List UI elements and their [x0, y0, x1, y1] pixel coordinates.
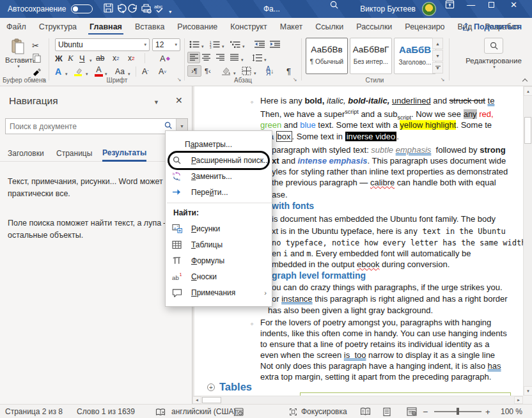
web-layout-icon[interactable] — [407, 405, 417, 418]
copy-button[interactable] — [32, 52, 42, 64]
menu-item-Перейти[interactable]: Перейти... — [166, 184, 272, 200]
doc-line[interactable]: paragraph with styled text: subtle empha… — [272, 145, 506, 155]
quick-print-button[interactable] — [141, 3, 152, 13]
doc-line[interactable]: the previous paragraph — calibre can han… — [272, 178, 496, 187]
ribbon-tab-Вставка[interactable]: Вставка — [129, 18, 171, 36]
styles-dialog-launcher[interactable]: ↘ — [439, 76, 446, 84]
search-icon[interactable] — [329, 0, 351, 18]
menu-item-Примечания[interactable]: Примечания› — [166, 284, 272, 300]
menu-item-Параметры[interactable]: Параметры... — [166, 136, 272, 152]
text-effects-button[interactable]: А — [55, 66, 61, 77]
font-color-button[interactable]: А — [95, 66, 103, 77]
menu-item-Рисунки[interactable]: Рисунки — [166, 221, 272, 236]
menu-item-Таблицы[interactable]: Таблицы — [166, 236, 272, 252]
editing-dropdown-icon[interactable]: ▾ — [465, 65, 523, 70]
sort-button[interactable]: АЯ↓ — [266, 65, 274, 77]
scroll-left-icon[interactable]: ◄ — [192, 396, 201, 404]
bullet-list-dropdown-icon[interactable]: ▾ — [201, 41, 204, 52]
doc-line[interactable]: xt is in the Ubuntu typeface, here is an… — [272, 226, 506, 236]
horizontal-scrollbar[interactable]: ◄ ► — [192, 396, 523, 404]
doc-line[interactable]: extra top margin, setting it apart from … — [260, 372, 491, 382]
macro-record-icon[interactable] — [234, 405, 244, 418]
menu-item-Формулы[interactable]: Формулы — [166, 252, 272, 268]
spelling-button[interactable]: abc — [154, 3, 167, 13]
bullet-list-button[interactable] — [189, 38, 199, 50]
horizontal-scroll-thumb[interactable] — [202, 397, 221, 403]
page-indicator[interactable]: Страница 2 из 8 — [5, 405, 63, 418]
ribbon-tab-Ссылки[interactable]: Ссылки — [309, 18, 350, 36]
borders-button[interactable] — [242, 65, 251, 77]
ribbon-tab-Файл[interactable]: Файл — [0, 18, 33, 36]
justify-dropdown-icon[interactable]: ▾ — [241, 54, 244, 66]
doc-line[interactable]: with fonts — [272, 201, 314, 211]
doc-line[interactable]: +Tables — [207, 381, 252, 393]
underline-dropdown-icon[interactable]: ▾ — [90, 55, 92, 66]
styles-scroll-down-icon[interactable]: ▼ — [432, 50, 443, 61]
align-right-button[interactable] — [216, 52, 224, 63]
zoom-out-button[interactable]: − — [423, 405, 428, 418]
doc-line[interactable]: ase. — [272, 190, 288, 199]
ribbon-tab-Рассылки[interactable]: Рассылки — [350, 18, 398, 36]
cut-button[interactable]: ✂ — [32, 40, 39, 51]
navigation-options-icon[interactable]: ▼ — [153, 99, 159, 105]
menu-item-Сноски[interactable]: ab1Сноски — [166, 268, 272, 284]
numbered-list-dropdown-icon[interactable]: ▾ — [222, 41, 224, 52]
doc-line[interactable]: green and blue text. Some text with a ye… — [260, 120, 492, 130]
grow-font-button[interactable]: Аˆ — [142, 66, 149, 77]
font-size-select[interactable]: 12▾ — [152, 38, 180, 51]
clipboard-dialog-launcher[interactable]: ↘ — [40, 76, 47, 84]
print-layout-icon[interactable] — [382, 405, 391, 418]
multilevel-list-dropdown-icon[interactable]: ▾ — [242, 41, 245, 52]
font-dialog-launcher[interactable]: ↘ — [175, 76, 183, 84]
strikethrough-button[interactable]: ab — [96, 52, 104, 64]
doc-line[interactable]: yles for styling rather than inline text… — [272, 167, 508, 176]
collapse-ribbon-icon[interactable] — [522, 79, 528, 84]
language-indicator[interactable]: английский (США) — [171, 405, 236, 418]
doc-line[interactable]: en i and m. Every embedded font will aut… — [272, 249, 471, 258]
editing-button[interactable]: Редактирование ▾ — [464, 38, 523, 77]
menu-item-Заменить[interactable]: bcЗаменить... — [166, 168, 272, 184]
superscript-button[interactable]: x2 — [128, 52, 134, 64]
font-name-select[interactable]: Ubuntu▾ — [55, 38, 150, 51]
doc-line[interactable]: Not only does this paragraph have a hang… — [260, 361, 501, 371]
change-case-button[interactable]: Аа — [115, 66, 125, 77]
autosave-toggle[interactable] — [71, 4, 93, 13]
tab-results[interactable]: Результаты — [102, 145, 146, 162]
increase-indent-button[interactable] — [270, 38, 281, 50]
tab-pages[interactable]: Страницы — [56, 145, 92, 162]
align-left-button[interactable] — [187, 52, 200, 63]
rtl-paragraph-button[interactable]: ¶‹ — [205, 65, 211, 77]
doc-line[interactable]: indents, like this often come in handy. … — [260, 329, 507, 338]
shading-button[interactable] — [221, 65, 231, 77]
customize-qat-icon[interactable]: ▾ — [169, 9, 171, 15]
line-spacing-button[interactable] — [252, 52, 262, 63]
doc-line[interactable]: no typeface, notice how every letter has… — [272, 238, 523, 247]
doc-line[interactable]: For the lovers of poetry amongst you, pa… — [260, 318, 491, 327]
undo-dropdown-icon[interactable]: ▾ — [122, 9, 125, 15]
doc-line[interactable]: ◦ — [251, 319, 254, 329]
ribbon-tab-Макет[interactable]: Макет — [274, 18, 309, 36]
paste-button[interactable]: Вставить ▾ — [5, 38, 31, 75]
vertical-scrollbar[interactable]: ▲ ▼ — [523, 86, 532, 396]
clear-formatting-button[interactable]: А◆ — [160, 52, 170, 64]
vertical-scroll-thumb[interactable] — [524, 117, 531, 144]
menu-item-Расширенный поиск[interactable]: Расширенный поиск... — [166, 152, 272, 168]
justify-button[interactable] — [230, 52, 239, 63]
doc-line[interactable]: Then, we have a superscript and a subscr… — [260, 109, 494, 121]
doc-line[interactable]: ◦ — [251, 97, 254, 107]
ribbon-tab-Рецензиро[interactable]: Рецензиро — [398, 18, 451, 36]
numbered-list-button[interactable]: 123 — [210, 38, 220, 50]
align-center-button[interactable] — [202, 52, 210, 63]
search-input[interactable] — [6, 122, 160, 131]
subscript-button[interactable]: x2 — [113, 52, 119, 64]
user-name[interactable]: Виктор Бухтеев — [360, 4, 416, 13]
doc-line[interactable]: Here is any bold, italic, bold-italic, u… — [260, 96, 494, 105]
share-button[interactable]: Поделиться — [457, 20, 527, 34]
redo-button[interactable] — [127, 3, 138, 13]
navigation-close-icon[interactable]: ✕ — [175, 95, 183, 105]
maximize-button[interactable] — [489, 0, 510, 18]
show-marks-button[interactable]: ¶ — [286, 65, 291, 77]
read-mode-icon[interactable] — [360, 405, 371, 418]
doc-line[interactable]: or instance this paragraph is right alig… — [272, 294, 508, 304]
zoom-in-button[interactable]: + — [485, 405, 490, 418]
